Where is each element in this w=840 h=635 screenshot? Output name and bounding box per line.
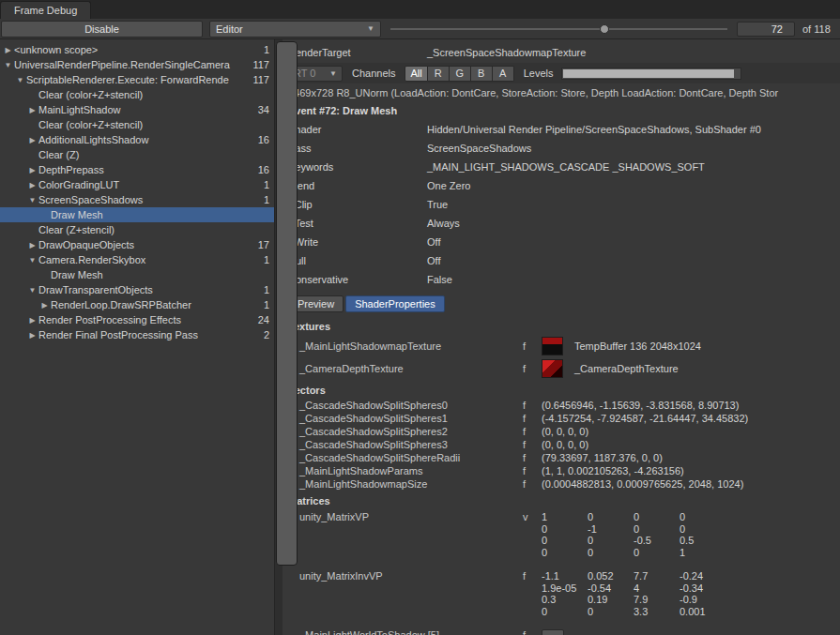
target-dropdown[interactable]: Editor ▼ xyxy=(209,21,381,38)
target-dropdown-value: Editor xyxy=(216,23,243,35)
tree-item-label: Clear (color+Z+stencil) xyxy=(38,119,266,130)
property-value: Off xyxy=(427,255,440,266)
tree-scrollbar-thumb[interactable] xyxy=(276,41,298,566)
expand-matrix-button[interactable]: ... xyxy=(542,629,564,635)
property-label: Shader xyxy=(288,124,427,135)
tree-item-label: DepthPrepass xyxy=(38,164,254,175)
tree-item-label: Render PostProcessing Effects xyxy=(38,314,254,325)
channel-button-b[interactable]: B xyxy=(471,66,493,82)
vector-row: _CascadeShadowSplitSpheres3f(0, 0, 0, 0) xyxy=(288,438,840,451)
vector-type: f xyxy=(523,452,542,463)
tab-shaderproperties[interactable]: ShaderProperties xyxy=(345,295,445,312)
tree-row[interactable]: ▼Camera.RenderSkybox1 xyxy=(0,252,274,267)
matrix-values: -1.10.0527.7-0.241.9e-05-0.544-0.340.30.… xyxy=(542,570,725,617)
matrix-cell: 0.001 xyxy=(680,606,725,618)
tree-row[interactable]: ▶AdditionalLightsShadow16 xyxy=(0,132,274,147)
tree-item-label: Render Final PostProcessing Pass xyxy=(38,329,260,340)
tree-item-label: Clear (color+Z+stencil) xyxy=(38,89,266,100)
tree-item-count: 2 xyxy=(264,329,274,340)
disclosure-arrow-icon[interactable]: ▼ xyxy=(14,76,26,84)
disclosure-arrow-icon[interactable]: ▼ xyxy=(26,196,38,204)
tree-scrollbar[interactable] xyxy=(274,39,283,635)
content-split: ▶<unknown scope>1▼UniversalRenderPipelin… xyxy=(0,39,840,635)
property-label: Blend xyxy=(288,180,427,191)
tree-row[interactable]: ▶Render Final PostProcessing Pass2 xyxy=(0,327,274,342)
disclosure-arrow-icon[interactable]: ▶ xyxy=(26,166,38,174)
disclosure-arrow-icon[interactable]: ▶ xyxy=(26,331,38,340)
texture-row: _MainLightShadowmapTexturefTempBuffer 13… xyxy=(288,335,840,357)
tree-item-label: ScriptableRenderer.Execute: ForwardRende xyxy=(26,74,249,85)
tree-row[interactable]: ▶RenderLoop.DrawSRPBatcher1 xyxy=(0,297,274,312)
render-target-format-info: 1469x728 R8_UNorm (LoadAction: DontCare,… xyxy=(288,84,840,101)
disable-button[interactable]: Disable xyxy=(1,21,203,38)
property-label: Keywords xyxy=(288,161,427,173)
disclosure-arrow-icon[interactable]: ▶ xyxy=(26,106,38,114)
property-label: ZTest xyxy=(288,218,427,229)
matrix-values: 10000-10000-0.50.50001 xyxy=(542,511,725,558)
matrix-cell: -0.5 xyxy=(634,535,680,547)
vector-row: _CascadeShadowSplitSpheres1f(-4.157254, … xyxy=(288,412,840,425)
vector-type: f xyxy=(523,400,542,411)
event-properties: ShaderHidden/Universal Render Pipeline/S… xyxy=(288,120,840,289)
channel-button-a[interactable]: A xyxy=(493,66,514,82)
property-value: False xyxy=(427,274,452,285)
matrix-cell: 0 xyxy=(680,511,725,523)
event-property-row: ConservativeFalse xyxy=(288,270,840,289)
channel-button-g[interactable]: G xyxy=(450,66,471,82)
vector-value: (0, 0, 0, 0) xyxy=(542,426,588,437)
tree-row[interactable]: ▶<unknown scope>1 xyxy=(0,42,274,57)
channel-button-all[interactable]: All xyxy=(405,66,427,82)
disclosure-arrow-icon[interactable]: ▼ xyxy=(2,61,14,69)
disclosure-arrow-icon[interactable]: ▶ xyxy=(26,136,38,144)
tree-row[interactable]: ▶Render PostProcessing Effects24 xyxy=(0,312,274,327)
texture-type: f xyxy=(523,340,542,352)
tree-row[interactable]: ▼UniversalRenderPipeline.RenderSingleCam… xyxy=(0,57,274,72)
vector-value: (79.33697, 1187.376, 0, 0) xyxy=(542,452,663,463)
frame-slider-handle[interactable] xyxy=(600,24,609,34)
tree-row[interactable]: ▼ScreenSpaceShadows1 xyxy=(0,192,274,207)
tree-row[interactable]: Draw Mesh xyxy=(0,207,274,222)
frame-slider[interactable] xyxy=(389,21,729,38)
disclosure-arrow-icon[interactable]: ▶ xyxy=(26,181,38,189)
frame-slider-track xyxy=(390,28,727,30)
frame-total-label: of 118 xyxy=(795,23,840,35)
tree-row[interactable]: ▼ScriptableRenderer.Execute: ForwardRend… xyxy=(0,72,274,87)
tree-row[interactable]: Clear (color+Z+stencil) xyxy=(0,117,274,132)
matrix-name: unity_MatrixVP xyxy=(288,511,523,522)
property-value: Always xyxy=(427,218,460,229)
vector-name: _CascadeShadowSplitSpheres1 xyxy=(288,413,523,424)
disclosure-arrow-icon[interactable]: ▶ xyxy=(26,241,38,249)
vector-type: f xyxy=(523,413,542,424)
levels-label: Levels xyxy=(524,68,554,79)
tab-frame-debug[interactable]: Frame Debug xyxy=(0,1,91,19)
tree-item-count: 1 xyxy=(264,179,274,190)
event-property-row: Keywords_MAIN_LIGHT_SHADOWS_CASCADE _SHA… xyxy=(288,158,840,176)
tree-row[interactable]: ▼DrawTransparentObjects1 xyxy=(0,282,274,297)
disclosure-arrow-icon[interactable]: ▶ xyxy=(26,316,38,325)
tree-row[interactable]: ▶ColorGradingLUT1 xyxy=(0,177,274,192)
tree-row[interactable]: ▶MainLightShadow34 xyxy=(0,102,274,117)
event-tree-panel: ▶<unknown scope>1▼UniversalRenderPipelin… xyxy=(0,39,274,635)
disclosure-arrow-icon[interactable]: ▶ xyxy=(2,46,14,54)
texture-thumbnail[interactable] xyxy=(542,359,563,378)
matrix-cell: 7.7 xyxy=(634,570,680,582)
tree-row[interactable]: ▶DepthPrepass16 xyxy=(0,162,274,177)
channel-button-r[interactable]: R xyxy=(428,66,450,82)
tree-row[interactable]: Clear (Z) xyxy=(0,147,274,162)
tree-item-count: 1 xyxy=(264,194,274,205)
tree-row[interactable]: ▶DrawOpaqueObjects17 xyxy=(0,237,274,252)
disclosure-arrow-icon[interactable]: ▼ xyxy=(26,286,38,295)
tree-row[interactable]: Clear (color+Z+stencil) xyxy=(0,87,274,102)
frame-number-field[interactable] xyxy=(737,22,795,37)
channel-button-group: AllRGBA xyxy=(405,66,513,82)
texture-thumbnail[interactable] xyxy=(542,337,563,355)
disclosure-arrow-icon[interactable]: ▼ xyxy=(26,256,38,265)
render-target-label: RenderTarget xyxy=(288,47,427,58)
tree-row[interactable]: Draw Mesh xyxy=(0,267,274,282)
render-target-value: _ScreenSpaceShadowmapTexture xyxy=(427,47,586,58)
tree-item-count: 16 xyxy=(258,134,274,145)
tree-item-label: RenderLoop.DrawSRPBatcher xyxy=(51,299,260,310)
disclosure-arrow-icon[interactable]: ▶ xyxy=(38,301,51,310)
tree-row[interactable]: Clear (Z+stencil) xyxy=(0,222,274,237)
levels-slider[interactable] xyxy=(561,68,741,80)
